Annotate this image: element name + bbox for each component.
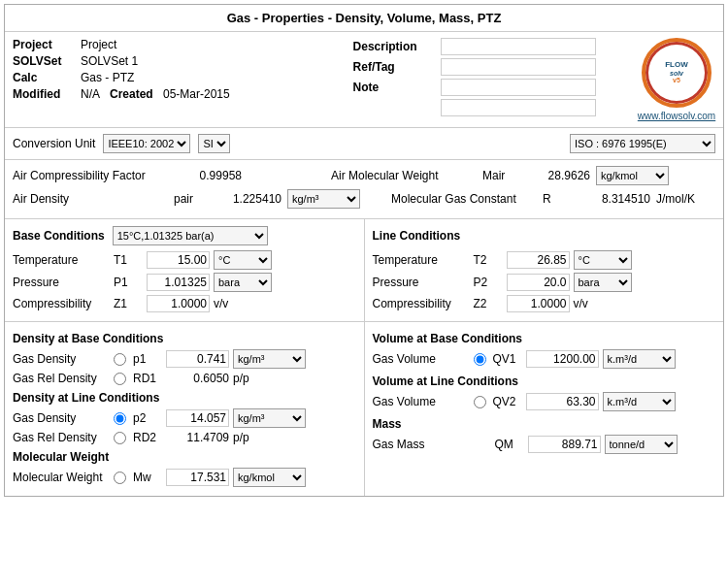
base-pressure-input[interactable] bbox=[147, 274, 210, 291]
volume-line-unit-select[interactable]: k.m³/d bbox=[603, 392, 676, 411]
base-temp-unit-select[interactable]: °C bbox=[214, 250, 272, 270]
density-base-section: Density at Base Conditions Gas Density p… bbox=[13, 332, 356, 385]
base-comp-unit: v/v bbox=[214, 297, 228, 310]
line-pressure-var: P2 bbox=[474, 276, 503, 289]
density-line-rel-value: 11.4709 bbox=[166, 431, 229, 444]
line-temp-unit-select[interactable]: °C bbox=[574, 250, 632, 270]
gas-const-unit: J/mol/K bbox=[656, 192, 695, 206]
mass-unit-select[interactable]: tonne/d bbox=[605, 435, 678, 454]
left-results-panel: Density at Base Conditions Gas Density p… bbox=[5, 322, 364, 496]
modified-value: N/A bbox=[81, 87, 100, 101]
conditions-row: Base Conditions 15°C,1.01325 bar(a) Temp… bbox=[5, 219, 723, 322]
density-line-var: p2 bbox=[133, 411, 162, 425]
density-line-rel-radio[interactable] bbox=[114, 432, 126, 444]
created-label: Created bbox=[110, 87, 163, 101]
mass-value-input[interactable] bbox=[528, 436, 601, 453]
base-temp-label: Temperature bbox=[13, 253, 110, 267]
conversion-unit1-select[interactable]: IEEE10: 2002 bbox=[103, 134, 190, 153]
air-density-unit-select[interactable]: kg/m³ bbox=[287, 189, 360, 209]
volume-base-label: Gas Volume bbox=[373, 352, 470, 366]
volume-line-title: Volume at Line Conditions bbox=[373, 374, 716, 388]
right-results-panel: Volume at Base Conditions Gas Volume QV1… bbox=[364, 322, 724, 496]
base-pressure-unit-select[interactable]: bara bbox=[214, 273, 272, 292]
note-input[interactable] bbox=[441, 79, 596, 96]
gas-const-value: 8.314510 bbox=[582, 192, 650, 206]
volume-line-value-input[interactable] bbox=[526, 393, 599, 410]
density-base-gas-label: Gas Density bbox=[13, 352, 110, 366]
volume-base-value-input[interactable] bbox=[526, 350, 599, 368]
density-line-title: Density at Line Conditions bbox=[13, 391, 356, 405]
air-section: Air Compressibility Factor 0.99958 Air M… bbox=[5, 160, 723, 219]
base-comp-input[interactable] bbox=[147, 295, 210, 312]
description-input[interactable] bbox=[441, 38, 596, 55]
logo-area: FLOW solv v5 ™ www.flowsolv.com bbox=[638, 38, 715, 121]
density-base-rel-value: 0.6050 bbox=[166, 372, 229, 385]
website-link[interactable]: www.flowsolv.com bbox=[638, 111, 715, 121]
mol-weight-radio[interactable] bbox=[114, 472, 126, 484]
created-value: 05-Mar-2015 bbox=[163, 87, 230, 101]
density-base-radio[interactable] bbox=[114, 353, 126, 366]
volume-base-section: Volume at Base Conditions Gas Volume QV1… bbox=[373, 332, 716, 369]
density-base-rel-radio[interactable] bbox=[114, 373, 126, 385]
density-base-rel-unit: p/p bbox=[233, 372, 249, 385]
density-base-value-input[interactable] bbox=[166, 350, 229, 368]
base-comp-var: Z1 bbox=[114, 297, 143, 310]
reftag-label: Ref/Tag bbox=[353, 60, 441, 74]
gas-const-label: Molecular Gas Constant bbox=[391, 192, 537, 206]
reftag-input[interactable] bbox=[441, 58, 596, 76]
density-line-section: Density at Line Conditions Gas Density p… bbox=[13, 391, 356, 444]
volume-base-radio[interactable] bbox=[474, 353, 486, 366]
density-base-rel-var: RD1 bbox=[133, 372, 162, 385]
line-temp-input[interactable] bbox=[507, 251, 570, 269]
mass-label: Gas Mass bbox=[373, 438, 470, 451]
base-conditions-title: Base Conditions bbox=[13, 229, 105, 243]
density-line-gas-label: Gas Density bbox=[13, 411, 110, 425]
air-compressibility-label: Air Compressibility Factor bbox=[13, 169, 168, 182]
density-base-unit-select[interactable]: kg/m³ bbox=[233, 349, 306, 369]
mol-weight-unit-select[interactable]: kg/kmol bbox=[233, 468, 306, 487]
line-temp-label: Temperature bbox=[373, 253, 470, 267]
volume-line-label: Gas Volume bbox=[373, 395, 470, 408]
line-pressure-unit-select[interactable]: bara bbox=[574, 273, 632, 292]
base-temp-input[interactable] bbox=[147, 251, 210, 269]
line-comp-unit: v/v bbox=[574, 297, 588, 310]
volume-base-title: Volume at Base Conditions bbox=[373, 332, 716, 345]
density-line-unit-select[interactable]: kg/m³ bbox=[233, 408, 306, 428]
line-temp-var: T2 bbox=[474, 253, 503, 267]
solvset-value: SOLVSet 1 bbox=[81, 54, 138, 68]
air-compressibility-value: 0.99958 bbox=[174, 169, 242, 182]
gas-const-var: R bbox=[543, 192, 577, 206]
air-density-value: 1.225410 bbox=[214, 192, 281, 206]
extra-input[interactable] bbox=[441, 99, 596, 116]
air-molweight-label: Air Molecular Weight bbox=[331, 169, 477, 182]
description-label: Description bbox=[353, 40, 441, 53]
mass-section: Mass Gas Mass QM tonne/d bbox=[373, 417, 716, 454]
line-pressure-input[interactable] bbox=[507, 274, 570, 291]
conversion-unit2-select[interactable]: SI bbox=[198, 134, 230, 153]
base-conditions-panel: Base Conditions 15°C,1.01325 bar(a) Temp… bbox=[5, 219, 364, 321]
density-line-value-input[interactable] bbox=[166, 409, 229, 427]
base-comp-label: Compressibility bbox=[13, 297, 110, 310]
volume-line-radio[interactable] bbox=[474, 396, 486, 408]
air-molweight-unit-select[interactable]: kg/kmol bbox=[596, 166, 669, 185]
logo-tm: ™ bbox=[697, 44, 704, 50]
note-label: Note bbox=[353, 81, 441, 94]
air-molweight-var: Mair bbox=[482, 169, 516, 182]
density-base-var: p1 bbox=[133, 352, 162, 366]
density-line-rel-var: RD2 bbox=[133, 431, 162, 444]
mol-weight-label: Molecular Weight bbox=[13, 471, 110, 484]
base-conditions-preset-select[interactable]: 15°C,1.01325 bar(a) bbox=[113, 226, 268, 245]
logo-sub: solv bbox=[670, 70, 683, 78]
volume-base-unit-select[interactable]: k.m³/d bbox=[603, 349, 676, 369]
solvset-label: SOLVSet bbox=[13, 54, 81, 68]
line-comp-input[interactable] bbox=[507, 295, 570, 312]
density-line-radio[interactable] bbox=[114, 412, 126, 425]
mass-var: QM bbox=[495, 438, 524, 451]
iso-select[interactable]: ISO : 6976 1995(E) bbox=[570, 134, 715, 153]
air-density-label: Air Density bbox=[13, 192, 168, 206]
air-molweight-value: 28.9626 bbox=[522, 169, 590, 182]
mol-weight-value-input[interactable] bbox=[166, 469, 229, 486]
base-pressure-label: Pressure bbox=[13, 276, 110, 289]
results-row: Density at Base Conditions Gas Density p… bbox=[5, 322, 723, 496]
modified-label: Modified bbox=[13, 87, 81, 101]
